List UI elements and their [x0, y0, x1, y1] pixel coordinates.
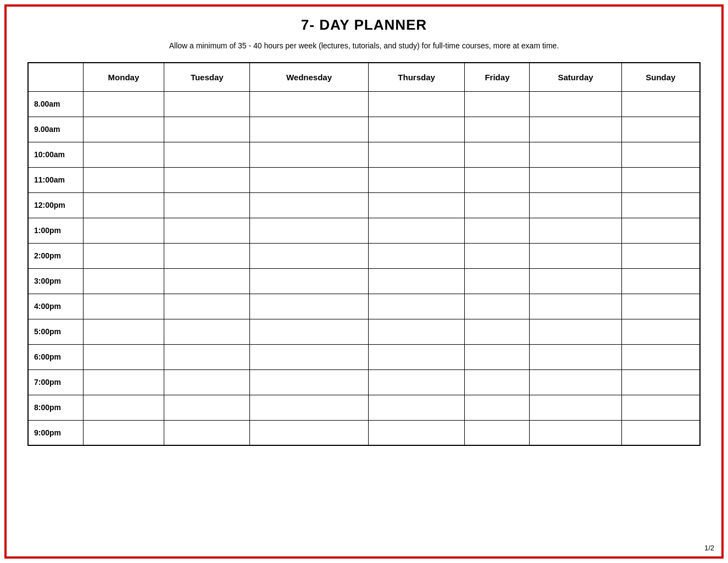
day-cell[interactable]: [164, 117, 250, 142]
day-cell[interactable]: [530, 369, 621, 395]
day-cell[interactable]: [530, 268, 621, 294]
day-cell[interactable]: [621, 344, 700, 369]
day-cell[interactable]: [530, 142, 621, 167]
day-cell[interactable]: [621, 117, 700, 142]
day-cell[interactable]: [83, 369, 164, 395]
day-cell[interactable]: [164, 344, 250, 369]
day-cell[interactable]: [530, 319, 621, 344]
day-cell[interactable]: [83, 268, 164, 294]
day-cell[interactable]: [368, 420, 465, 445]
day-cell[interactable]: [83, 294, 164, 319]
day-cell[interactable]: [368, 91, 465, 117]
day-cell[interactable]: [621, 142, 700, 167]
day-cell[interactable]: [530, 167, 621, 192]
day-cell[interactable]: [164, 268, 250, 294]
day-cell[interactable]: [83, 192, 164, 218]
day-cell[interactable]: [164, 420, 250, 445]
day-cell[interactable]: [83, 395, 164, 420]
day-cell[interactable]: [465, 344, 530, 369]
day-cell[interactable]: [368, 294, 465, 319]
day-cell[interactable]: [465, 142, 530, 167]
table-row: 9.00am: [28, 117, 700, 142]
day-cell[interactable]: [465, 192, 530, 218]
day-cell[interactable]: [465, 319, 530, 344]
day-cell[interactable]: [530, 294, 621, 319]
day-cell[interactable]: [250, 344, 369, 369]
day-cell[interactable]: [621, 218, 700, 243]
day-cell[interactable]: [250, 218, 369, 243]
day-cell[interactable]: [164, 142, 250, 167]
day-cell[interactable]: [465, 218, 530, 243]
day-cell[interactable]: [250, 142, 369, 167]
day-cell[interactable]: [530, 91, 621, 117]
day-cell[interactable]: [621, 167, 700, 192]
day-cell[interactable]: [530, 420, 621, 445]
day-cell[interactable]: [164, 91, 250, 117]
day-cell[interactable]: [368, 319, 465, 344]
day-cell[interactable]: [368, 395, 465, 420]
day-cell[interactable]: [368, 243, 465, 268]
day-cell[interactable]: [368, 192, 465, 218]
day-cell[interactable]: [250, 319, 369, 344]
day-cell[interactable]: [164, 319, 250, 344]
day-cell[interactable]: [465, 369, 530, 395]
day-cell[interactable]: [621, 294, 700, 319]
day-cell[interactable]: [530, 192, 621, 218]
day-cell[interactable]: [368, 142, 465, 167]
day-cell[interactable]: [164, 167, 250, 192]
day-cell[interactable]: [621, 319, 700, 344]
day-cell[interactable]: [530, 117, 621, 142]
day-cell[interactable]: [164, 369, 250, 395]
day-cell[interactable]: [465, 91, 530, 117]
day-cell[interactable]: [465, 420, 530, 445]
day-cell[interactable]: [83, 91, 164, 117]
main-content: 7- DAY PLANNER Allow a minimum of 35 - 4…: [27, 16, 701, 446]
day-cell[interactable]: [250, 243, 369, 268]
day-cell[interactable]: [530, 243, 621, 268]
day-cell[interactable]: [164, 395, 250, 420]
day-cell[interactable]: [83, 218, 164, 243]
day-cell[interactable]: [368, 167, 465, 192]
day-cell[interactable]: [368, 344, 465, 369]
day-cell[interactable]: [621, 395, 700, 420]
day-cell[interactable]: [250, 91, 369, 117]
day-cell[interactable]: [465, 294, 530, 319]
day-cell[interactable]: [250, 395, 369, 420]
day-cell[interactable]: [250, 369, 369, 395]
day-cell[interactable]: [83, 167, 164, 192]
day-cell[interactable]: [250, 192, 369, 218]
day-cell[interactable]: [621, 268, 700, 294]
day-cell[interactable]: [621, 91, 700, 117]
day-cell[interactable]: [164, 218, 250, 243]
day-cell[interactable]: [368, 117, 465, 142]
day-cell[interactable]: [250, 117, 369, 142]
day-cell[interactable]: [621, 192, 700, 218]
day-cell[interactable]: [465, 167, 530, 192]
day-cell[interactable]: [530, 218, 621, 243]
day-cell[interactable]: [368, 268, 465, 294]
day-cell[interactable]: [250, 268, 369, 294]
day-cell[interactable]: [83, 142, 164, 167]
day-cell[interactable]: [621, 420, 700, 445]
day-cell[interactable]: [83, 344, 164, 369]
day-cell[interactable]: [250, 167, 369, 192]
day-cell[interactable]: [368, 218, 465, 243]
day-cell[interactable]: [164, 192, 250, 218]
day-cell[interactable]: [83, 243, 164, 268]
day-cell[interactable]: [465, 117, 530, 142]
day-cell[interactable]: [83, 319, 164, 344]
day-cell[interactable]: [621, 243, 700, 268]
day-cell[interactable]: [530, 344, 621, 369]
day-cell[interactable]: [83, 420, 164, 445]
day-cell[interactable]: [465, 395, 530, 420]
day-cell[interactable]: [530, 395, 621, 420]
day-cell[interactable]: [250, 294, 369, 319]
day-cell[interactable]: [465, 243, 530, 268]
day-cell[interactable]: [83, 117, 164, 142]
day-cell[interactable]: [250, 420, 369, 445]
day-cell[interactable]: [465, 268, 530, 294]
day-cell[interactable]: [164, 294, 250, 319]
day-cell[interactable]: [621, 369, 700, 395]
day-cell[interactable]: [368, 369, 465, 395]
day-cell[interactable]: [164, 243, 250, 268]
